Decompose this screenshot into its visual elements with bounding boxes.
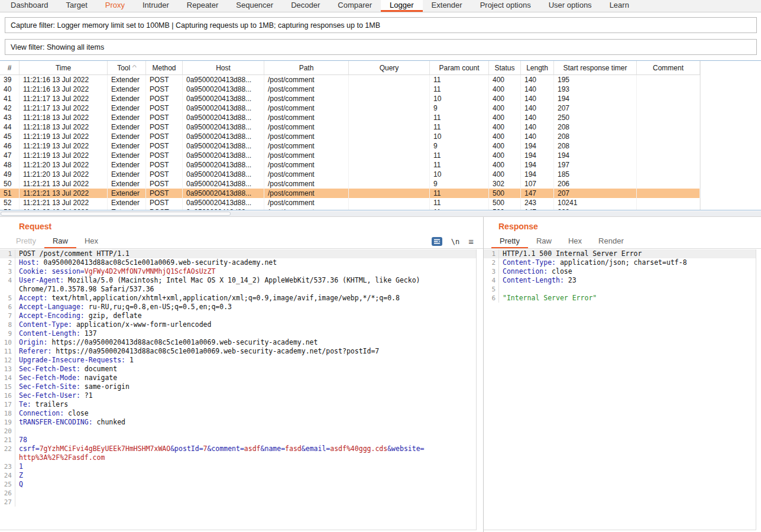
show-newlines-icon[interactable]: \n <box>451 238 459 246</box>
response-tab-raw[interactable]: Raw <box>528 235 560 248</box>
column-label: Length <box>526 64 548 72</box>
cell: 195 <box>554 75 637 85</box>
request-tabbar: PrettyRawHex \n ≡ <box>0 235 483 249</box>
log-row-40[interactable]: 4011:21:16 13 Jul 2022ExtenderPOST0a9500… <box>0 85 700 94</box>
cell: Extender <box>108 170 146 179</box>
column-header-param-count[interactable]: Param count <box>430 61 489 74</box>
tab-logger[interactable]: Logger <box>381 0 422 12</box>
column-header-length[interactable]: Length <box>521 61 554 74</box>
code-line: 3Connection: close <box>484 267 756 276</box>
cell: /post/comment <box>264 170 349 179</box>
column-header-tool[interactable]: Tool^ <box>108 61 146 74</box>
request-tab-pretty[interactable]: Pretty <box>8 235 44 248</box>
log-row-53[interactable]: 5311:21:22 13 Jul 2022ExtenderPOST0a9500… <box>0 207 700 210</box>
column-header-query[interactable]: Query <box>349 61 430 74</box>
log-row-39[interactable]: 3911:21:16 13 Jul 2022ExtenderPOST0a9500… <box>0 75 700 85</box>
cell <box>349 160 430 170</box>
cell: 11:21:17 13 Jul 2022 <box>20 94 108 103</box>
log-row-46[interactable]: 4611:21:19 13 Jul 2022ExtenderPOST0a9500… <box>0 141 700 151</box>
cell: 50 <box>0 179 20 189</box>
log-row-41[interactable]: 4111:21:17 13 Jul 2022ExtenderPOST0a9500… <box>0 94 700 103</box>
log-row-42[interactable]: 4211:21:17 13 Jul 2022ExtenderPOST0a9500… <box>0 103 700 113</box>
cell: 222 <box>554 207 637 210</box>
cell: Extender <box>108 179 146 189</box>
code-line: 18Connection: close <box>0 409 476 418</box>
cell: 0a9500020413d88... <box>183 113 264 122</box>
log-row-49[interactable]: 4911:21:20 13 Jul 2022ExtenderPOST0a9500… <box>0 170 700 179</box>
line-content: Accept: text/html,application/xhtml+xml,… <box>15 294 476 303</box>
cell: 140 <box>521 75 554 85</box>
view-filter-bar[interactable]: View filter: Showing all items <box>5 39 757 55</box>
cell: 11:21:21 13 Jul 2022 <box>20 198 108 207</box>
line-content: Sec-Fetch-User: ?1 <box>15 391 476 400</box>
horizontal-splitter[interactable] <box>0 211 761 217</box>
log-row-43[interactable]: 4311:21:18 13 Jul 2022ExtenderPOST0a9500… <box>0 113 700 122</box>
column-label: # <box>8 64 12 72</box>
response-editor[interactable]: 1HTTP/1.1 500 Internal Server Error2Cont… <box>484 249 756 530</box>
code-line: 10Origin: https://0a9500020413d88ac08c5c… <box>0 338 476 347</box>
log-row-50[interactable]: 5011:21:21 13 Jul 2022ExtenderPOST0a9500… <box>0 179 700 189</box>
cell: 147 <box>521 207 554 210</box>
log-row-51[interactable]: 5111:21:21 13 Jul 2022ExtenderPOST0a9500… <box>0 189 700 198</box>
code-line: 22csrf=7gYzhMCiFvi4gBEyUEEk7HmHSHM7xWAO&… <box>0 445 476 453</box>
request-tab-raw[interactable]: Raw <box>44 235 76 248</box>
tab-learn[interactable]: Learn <box>601 0 638 12</box>
tab-project-options[interactable]: Project options <box>471 0 540 12</box>
tab-extender[interactable]: Extender <box>423 0 471 12</box>
code-line: 19tRANSFER-ENCODING: chunked <box>0 418 476 427</box>
tab-proxy[interactable]: Proxy <box>96 0 134 12</box>
column-header-status[interactable]: Status <box>489 61 521 74</box>
code-line: 7Accept-Encoding: gzip, deflate <box>0 312 476 320</box>
cell: POST <box>146 160 183 170</box>
line-number: 18 <box>0 409 15 418</box>
cell: Extender <box>108 151 146 160</box>
tab-sequencer[interactable]: Sequencer <box>227 0 282 12</box>
column-header-start-response-timer[interactable]: Start response timer <box>554 61 637 74</box>
cell: 400 <box>489 94 521 103</box>
tab-intruder[interactable]: Intruder <box>134 0 178 12</box>
column-header-host[interactable]: Host <box>183 61 264 74</box>
response-tab-hex[interactable]: Hex <box>560 235 590 248</box>
cell <box>349 132 430 141</box>
line-content: Connection: close <box>15 409 476 418</box>
log-table-body: 3911:21:16 13 Jul 2022ExtenderPOST0a9500… <box>0 75 761 210</box>
cell: Extender <box>108 189 146 198</box>
column-header-path[interactable]: Path <box>264 61 349 74</box>
log-row-45[interactable]: 4511:21:19 13 Jul 2022ExtenderPOST0a9500… <box>0 132 700 141</box>
editor-menu-icon[interactable]: ≡ <box>468 236 474 246</box>
column-label: Method <box>152 64 176 72</box>
response-tab-render[interactable]: Render <box>590 235 632 248</box>
tab-comparer[interactable]: Comparer <box>329 0 381 12</box>
line-content: "Internal Server Error" <box>499 294 756 303</box>
format-icon[interactable] <box>432 237 442 246</box>
log-row-44[interactable]: 4411:21:18 13 Jul 2022ExtenderPOST0a9500… <box>0 122 700 132</box>
cell: POST <box>146 122 183 132</box>
tab-decoder[interactable]: Decoder <box>282 0 329 12</box>
cell: 500 <box>489 207 521 210</box>
code-line: Chrome/71.0.3578.98 Safari/537.36 <box>0 285 476 294</box>
column-header-method[interactable]: Method <box>146 61 183 74</box>
column-header-comment[interactable]: Comment <box>637 61 700 74</box>
response-tab-pretty[interactable]: Pretty <box>491 235 528 248</box>
cell: 11 <box>430 85 489 94</box>
tab-target[interactable]: Target <box>57 0 96 12</box>
tab-user-options[interactable]: User options <box>540 0 601 12</box>
horizontal-scrollbar-thumb[interactable] <box>1 212 231 216</box>
line-number: 3 <box>0 267 15 276</box>
column-header-time[interactable]: Time <box>20 61 108 74</box>
request-tab-hex[interactable]: Hex <box>76 235 106 248</box>
line-number: 21 <box>0 436 15 445</box>
tab-dashboard[interactable]: Dashboard <box>2 0 57 12</box>
cell: 400 <box>489 103 521 113</box>
log-row-47[interactable]: 4711:21:19 13 Jul 2022ExtenderPOST0a9500… <box>0 151 700 160</box>
column-header-number[interactable]: # <box>0 61 20 74</box>
cell: 0a9500020413d88... <box>183 198 264 207</box>
request-editor[interactable]: 1POST /post/comment HTTP/1.12Host: 0a950… <box>0 249 477 530</box>
tab-repeater[interactable]: Repeater <box>178 0 227 12</box>
capture-filter-bar[interactable]: Capture filter: Logger memory limit set … <box>5 17 757 33</box>
line-number: 19 <box>0 418 15 427</box>
log-row-48[interactable]: 4811:21:20 13 Jul 2022ExtenderPOST0a9500… <box>0 160 700 170</box>
log-row-52[interactable]: 5211:21:21 13 Jul 2022ExtenderPOST0a9500… <box>0 198 700 207</box>
line-number: 4 <box>0 276 15 285</box>
cell: /post/comment <box>264 85 349 94</box>
